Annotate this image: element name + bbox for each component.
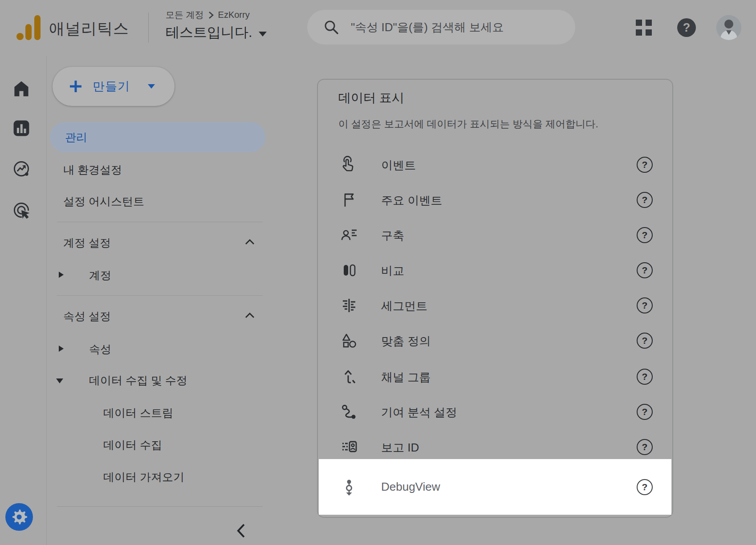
help-circle-icon[interactable]: ?: [637, 262, 653, 278]
flag-icon: [340, 191, 358, 209]
breadcrumb-chevron-icon: [208, 11, 214, 20]
plus-icon: [69, 79, 83, 94]
compare-icon: [340, 261, 358, 279]
search-icon: [323, 19, 339, 35]
help-circle-icon[interactable]: ?: [637, 192, 653, 208]
chevron-left-icon: [235, 523, 247, 539]
row-label: DebugView: [381, 480, 440, 494]
row-audiences[interactable]: 구축 ?: [318, 221, 672, 249]
data-display-card: 데이터 표시 이 설정은 보고서에 데이터가 표시되는 방식을 제어합니다. 이…: [317, 79, 673, 518]
row-label: 이벤트: [381, 158, 416, 173]
sidebar-item-preferences[interactable]: 내 환경설정: [63, 162, 122, 177]
ga-admin-page: 애널리틱스 모든 계정 EzKorry 테스트입니다. "속성 ID"을(를) …: [0, 0, 756, 545]
card-description: 이 설정은 보고서에 데이터가 표시되는 방식을 제어합니다.: [338, 117, 598, 131]
sidebar-item-setup-assistant[interactable]: 설정 어시스턴트: [63, 194, 144, 209]
sidebar-item-admin[interactable]: 관리: [50, 122, 265, 152]
row-label: 보고 ID: [381, 440, 419, 456]
sidebar: 만들기 관리 내 환경설정 설정 어시스턴트 계정 설정 계정 속성 설정 속성…: [46, 56, 287, 545]
left-rail: [0, 56, 47, 545]
row-label: 채널 그룹: [381, 370, 431, 385]
reporting-id-icon: [340, 438, 358, 456]
collapse-sidebar-button[interactable]: [235, 523, 248, 539]
home-icon[interactable]: [12, 78, 31, 98]
debugview-icon: [340, 478, 358, 496]
property-caret-icon: [259, 32, 267, 37]
row-label: 세그먼트: [381, 298, 427, 314]
gear-icon: [11, 509, 27, 525]
search-placeholder: "속성 ID"을(를) 검색해 보세요: [351, 20, 504, 35]
header-divider: [148, 12, 149, 43]
chevron-up-icon[interactable]: [245, 312, 255, 318]
row-label: 주요 이벤트: [381, 193, 442, 208]
attribution-icon: [340, 403, 358, 421]
avatar[interactable]: [716, 15, 741, 40]
help-button[interactable]: ?: [677, 18, 696, 37]
breadcrumb-account[interactable]: EzKorry: [218, 10, 250, 20]
tree-item-data-streams[interactable]: 데이터 스트림: [103, 405, 173, 420]
expand-right-icon[interactable]: [59, 346, 64, 352]
reports-icon[interactable]: [12, 118, 31, 138]
help-circle-icon[interactable]: ?: [637, 297, 653, 313]
property-name: 테스트입니다.: [166, 23, 252, 42]
sidebar-divider: [57, 506, 263, 507]
expand-right-icon[interactable]: [59, 272, 64, 278]
row-segments[interactable]: 세그먼트 ?: [318, 291, 672, 320]
tree-item-data-import[interactable]: 데이터 가져오기: [103, 469, 184, 484]
row-events[interactable]: 이벤트 ?: [318, 150, 672, 179]
row-custom-definitions[interactable]: 맞춤 정의 ?: [318, 326, 672, 355]
create-dropdown-caret-icon: [148, 84, 155, 89]
chevron-up-icon[interactable]: [245, 239, 255, 245]
sidebar-divider: [57, 222, 263, 222]
analytics-logo-icon[interactable]: [16, 14, 41, 41]
create-button[interactable]: 만들기: [53, 67, 175, 106]
tree-item-account[interactable]: 계정: [89, 268, 111, 283]
help-circle-icon[interactable]: ?: [637, 157, 653, 173]
help-circle-icon[interactable]: ?: [637, 333, 653, 349]
section-account-settings[interactable]: 계정 설정: [63, 235, 111, 250]
card-title: 데이터 표시: [338, 89, 404, 106]
custom-definitions-icon: [340, 332, 358, 350]
advertising-icon[interactable]: [12, 200, 31, 220]
property-selector[interactable]: 테스트입니다.: [166, 23, 267, 42]
help-circle-icon[interactable]: ?: [637, 369, 653, 385]
expand-down-icon[interactable]: [56, 378, 63, 383]
row-label: 맞춤 정의: [381, 334, 431, 349]
row-channel-groups[interactable]: 채널 그룹 ?: [318, 362, 672, 391]
row-label: 기여 분석 설정: [381, 405, 457, 420]
app-title: 애널리틱스: [49, 18, 129, 39]
help-circle-icon[interactable]: ?: [637, 479, 653, 495]
tree-item-property[interactable]: 속성: [89, 342, 111, 357]
row-key-events[interactable]: 주요 이벤트 ?: [318, 186, 672, 214]
breadcrumb-all-accounts[interactable]: 모든 계정: [166, 9, 204, 21]
row-reporting-identity[interactable]: 보고 ID ?: [318, 433, 672, 461]
touch-icon: [340, 156, 358, 174]
admin-gear-button[interactable]: [5, 503, 33, 531]
help-circle-icon[interactable]: ?: [637, 404, 653, 420]
channel-group-icon: [340, 368, 358, 386]
help-circle-icon[interactable]: ?: [637, 439, 653, 455]
row-comparisons[interactable]: 비교 ?: [318, 256, 672, 285]
row-label: 구축: [381, 228, 404, 244]
section-property-settings[interactable]: 속성 설정: [63, 309, 111, 324]
top-bar: 애널리틱스 모든 계정 EzKorry 테스트입니다. "속성 ID"을(를) …: [0, 0, 756, 56]
apps-grid-icon[interactable]: [636, 20, 652, 36]
row-attribution-settings[interactable]: 기여 분석 설정 ?: [318, 398, 672, 426]
segment-icon: [340, 297, 358, 314]
create-button-label: 만들기: [93, 78, 130, 94]
tree-item-data-collection[interactable]: 데이터 수집 및 수정: [89, 373, 187, 388]
row-debugview[interactable]: DebugView ?: [318, 473, 672, 501]
tree-item-data-collection-child[interactable]: 데이터 수집: [103, 437, 162, 452]
row-label: 비교: [381, 263, 404, 279]
sidebar-divider: [57, 295, 263, 296]
audience-icon: [340, 226, 358, 244]
sidebar-item-admin-label: 관리: [65, 130, 87, 145]
explore-icon[interactable]: [12, 159, 31, 179]
help-circle-icon[interactable]: ?: [637, 227, 653, 243]
search-bar[interactable]: "속성 ID"을(를) 검색해 보세요: [307, 10, 575, 45]
breadcrumb[interactable]: 모든 계정 EzKorry: [166, 9, 250, 21]
